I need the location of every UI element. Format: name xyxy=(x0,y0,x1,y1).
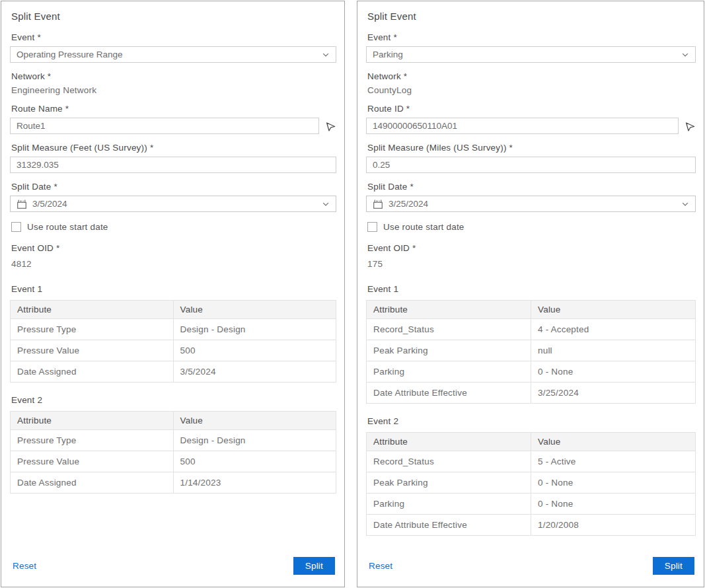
table-row: Peak Parkingnull xyxy=(367,340,696,361)
reset-link[interactable]: Reset xyxy=(13,561,36,571)
table-row: Parking0 - None xyxy=(367,361,696,383)
table-cell: 0 - None xyxy=(531,472,696,494)
attribute-table: AttributeValueRecord_Status4 - AcceptedP… xyxy=(366,300,696,404)
select-on-map-arrow-icon[interactable] xyxy=(685,120,696,132)
network-label: Network * xyxy=(11,71,336,81)
event-label: Event * xyxy=(367,32,696,42)
event-select-value: Parking xyxy=(373,50,403,59)
event-1-title: Event 1 xyxy=(11,284,336,294)
use-route-start-date-checkbox[interactable] xyxy=(11,222,21,232)
reset-link[interactable]: Reset xyxy=(369,561,392,571)
table-cell: 5 - Active xyxy=(531,451,696,472)
table-cell: Design - Design xyxy=(173,319,336,340)
table-row: Date Attribute Effective3/25/2024 xyxy=(367,383,696,404)
measure-input[interactable] xyxy=(366,157,696,173)
measure-field: Split Measure (Miles (US Survey)) * xyxy=(366,143,696,173)
table-cell: Record_Status xyxy=(367,319,531,340)
column-header: Value xyxy=(173,301,336,319)
route-input[interactable] xyxy=(366,118,679,134)
table-row: Pressure TypeDesign - Design xyxy=(11,319,336,340)
chevron-down-icon xyxy=(681,51,689,59)
table-cell: Peak Parking xyxy=(367,472,531,494)
event-select[interactable]: Operating Pressure Range xyxy=(10,46,336,63)
use-route-start-date-label: Use route start date xyxy=(27,222,108,232)
table-cell: Pressure Type xyxy=(11,430,174,451)
event-oid-label: Event OID * xyxy=(11,243,336,253)
panel-footer: Reset Split xyxy=(10,552,336,579)
event-oid-value: 4812 xyxy=(11,259,336,269)
route-field: Route ID * xyxy=(366,104,696,134)
table-cell: 500 xyxy=(173,451,336,472)
column-header: Attribute xyxy=(367,301,531,319)
split-date-picker[interactable]: 3/5/2024 xyxy=(10,196,336,212)
column-header: Attribute xyxy=(11,301,174,319)
use-route-start-date-checkbox[interactable] xyxy=(367,222,377,232)
split-button[interactable]: Split xyxy=(293,557,335,575)
table-cell: Pressure Value xyxy=(11,451,174,472)
split-date-value: 3/5/2024 xyxy=(32,199,67,209)
chevron-down-icon xyxy=(322,51,330,59)
event-label: Event * xyxy=(11,32,336,42)
route-input[interactable] xyxy=(10,118,319,134)
panel-title: Split Event xyxy=(367,11,696,22)
table-row: Date Assigned1/14/2023 xyxy=(11,472,336,494)
event-oid-field: Event OID * 4812 xyxy=(10,243,336,269)
chevron-down-icon xyxy=(681,200,689,208)
event-1-section: Event 1 AttributeValueRecord_Status4 - A… xyxy=(366,282,696,414)
table-row: Record_Status5 - Active xyxy=(367,451,696,472)
measure-label: Split Measure (Feet (US Survey)) * xyxy=(11,143,336,153)
event-field: Event * Parking xyxy=(366,32,696,63)
table-row: Record_Status4 - Accepted xyxy=(367,319,696,340)
event-oid-field: Event OID * 175 xyxy=(366,243,696,269)
route-label: Route ID * xyxy=(367,104,696,114)
table-cell: Design - Design xyxy=(173,430,336,451)
split-event-workspace: Split Event Event * Operating Pressure R… xyxy=(0,0,705,588)
select-on-map-arrow-icon[interactable] xyxy=(325,120,336,132)
split-date-picker[interactable]: 3/25/2024 xyxy=(366,196,696,212)
split-event-panel-right: Split Event Event * Parking Network * Co… xyxy=(357,1,704,587)
split-date-label: Split Date * xyxy=(367,182,696,192)
event-1-section: Event 1 AttributeValuePressure TypeDesig… xyxy=(10,282,336,393)
table-cell: Date Assigned xyxy=(11,472,174,494)
table-row: Date Attribute Effective1/20/2008 xyxy=(367,515,696,536)
table-cell: 1/20/2008 xyxy=(531,515,696,536)
table-row: Parking0 - None xyxy=(367,494,696,515)
route-label: Route Name * xyxy=(11,104,336,114)
column-header: Attribute xyxy=(367,433,531,451)
table-row: Peak Parking0 - None xyxy=(367,472,696,494)
split-button[interactable]: Split xyxy=(653,557,694,575)
table-cell: Pressure Value xyxy=(11,340,174,361)
table-cell: Record_Status xyxy=(367,451,531,472)
table-row: Pressure TypeDesign - Design xyxy=(11,430,336,451)
table-cell: 3/5/2024 xyxy=(173,361,336,383)
route-field: Route Name * xyxy=(10,104,336,134)
event-select[interactable]: Parking xyxy=(366,46,696,63)
table-cell: 0 - None xyxy=(531,361,696,383)
network-value: Engineering Network xyxy=(11,85,336,95)
panel-footer: Reset Split xyxy=(366,552,696,579)
event-oid-label: Event OID * xyxy=(367,243,696,253)
table-cell: 1/14/2023 xyxy=(173,472,336,494)
table-cell: null xyxy=(531,340,696,361)
table-row: Pressure Value500 xyxy=(11,340,336,361)
column-header: Value xyxy=(531,433,696,451)
calendar-icon xyxy=(17,199,27,209)
split-date-field: Split Date * 3/5/2024 xyxy=(10,182,336,212)
split-event-panel-left: Split Event Event * Operating Pressure R… xyxy=(1,1,345,587)
network-label: Network * xyxy=(367,71,696,81)
table-cell: 4 - Accepted xyxy=(531,319,696,340)
table-cell: Date Attribute Effective xyxy=(367,515,531,536)
event-select-value: Operating Pressure Range xyxy=(17,50,123,59)
column-header: Value xyxy=(173,412,336,430)
event-2-section: Event 2 AttributeValueRecord_Status5 - A… xyxy=(366,414,696,546)
table-cell: Date Assigned xyxy=(11,361,174,383)
table-cell: 3/25/2024 xyxy=(531,383,696,404)
network-field: Network * Engineering Network xyxy=(10,71,336,95)
column-header: Attribute xyxy=(11,412,174,430)
table-cell: Date Attribute Effective xyxy=(367,383,531,404)
event-1-title: Event 1 xyxy=(367,284,696,294)
measure-input[interactable] xyxy=(10,157,336,173)
table-cell: Peak Parking xyxy=(367,340,531,361)
table-cell: 500 xyxy=(173,340,336,361)
network-field: Network * CountyLog xyxy=(366,71,696,95)
